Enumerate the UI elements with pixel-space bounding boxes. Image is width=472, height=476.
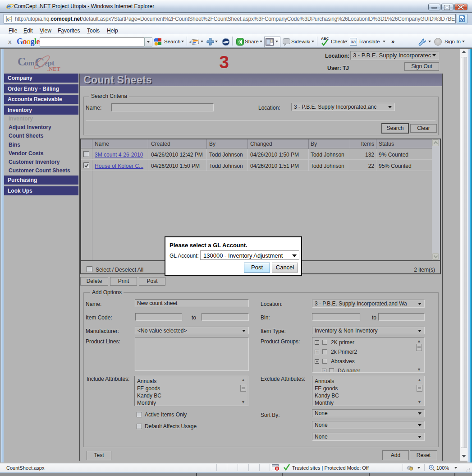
svg-text:.NET: .NET — [47, 66, 60, 72]
svg-text:ặa: ặa — [351, 39, 356, 44]
svg-text:om: om — [24, 59, 35, 67]
svg-text:e: e — [7, 17, 10, 22]
